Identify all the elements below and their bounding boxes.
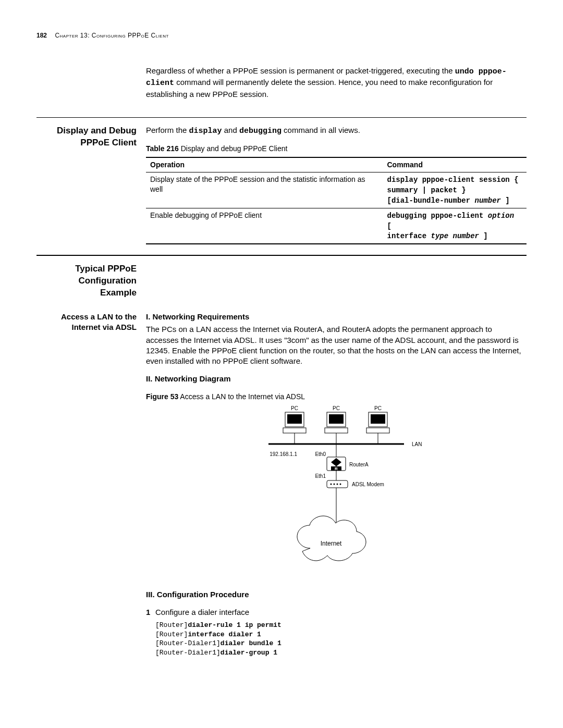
router-icon: R xyxy=(327,457,346,471)
pc-icon: PC xyxy=(366,405,389,433)
networking-requirements-body: The PCs on a LAN access the Internet via… xyxy=(146,324,527,366)
svg-rect-6 xyxy=(329,414,344,424)
heading-networking-diagram: II. Networking Diagram xyxy=(146,374,527,384)
step-text: Configure a dialer interface xyxy=(155,607,249,618)
pc-icon: PC xyxy=(325,405,348,433)
svg-text:R: R xyxy=(335,466,338,471)
svg-text:PC: PC xyxy=(291,405,298,411)
heading-configuration-procedure: III. Configuration Procedure xyxy=(146,589,527,600)
divider xyxy=(36,117,527,118)
svg-rect-11 xyxy=(366,428,389,433)
svg-text:PC: PC xyxy=(374,405,382,411)
eth0-label: Eth0 xyxy=(315,451,326,457)
subsection-heading-access-lan: Access a LAN to the Internet via ADSL xyxy=(36,312,137,333)
ip-label: 192.168.1.1 xyxy=(270,451,297,457)
svg-rect-3 xyxy=(283,428,306,433)
lan-label: LAN xyxy=(412,441,422,447)
th-operation: Operation xyxy=(146,157,383,172)
svg-rect-7 xyxy=(325,428,348,433)
intro-paragraph: Regardless of whether a PPPoE session is… xyxy=(146,66,527,100)
adsl-label: ADSL Modem xyxy=(352,482,384,487)
figure-caption: Figure 53 Access a LAN to the Internet v… xyxy=(146,392,527,402)
heading-networking-requirements: I. Networking Requirements xyxy=(146,312,527,322)
page-number: 182 xyxy=(36,32,47,39)
config-step: 1 Configure a dialer interface xyxy=(146,607,527,618)
page-header: 182 Chapter 13: Configuring PPPoE Client xyxy=(36,31,527,40)
svg-point-22 xyxy=(334,483,335,485)
pc-icon: PC xyxy=(283,405,306,433)
intro-text-b: command will permanently delete the sess… xyxy=(146,78,493,98)
internet-label: Internet xyxy=(321,540,342,547)
op-cell: Display state of the PPPoE session and t… xyxy=(146,172,383,208)
section-heading-display-debug: Display and Debug PPPoE Client xyxy=(36,125,137,149)
display-debug-intro: Perform the display and debugging comman… xyxy=(146,125,527,137)
svg-text:PC: PC xyxy=(333,405,340,411)
table-row: Display state of the PPPoE session and t… xyxy=(146,172,527,208)
cmd-cell: display pppoe-client session { summary |… xyxy=(383,172,527,208)
divider-thick xyxy=(36,255,527,256)
cmd-cell: debugging pppoe-client option [ interfac… xyxy=(383,208,527,244)
section-heading-typical-config: Typical PPPoE Configuration Example xyxy=(36,263,137,299)
svg-point-21 xyxy=(331,483,332,485)
svg-rect-10 xyxy=(371,414,385,424)
th-command: Command xyxy=(383,157,527,172)
svg-point-24 xyxy=(340,483,341,485)
eth1-label: Eth1 xyxy=(315,473,326,479)
internet-cloud-icon: Internet xyxy=(297,516,366,561)
config-code-block: [Router]dialer-rule 1 ip permit [Router]… xyxy=(155,621,527,657)
op-cell: Enable debugging of PPPoE client xyxy=(146,208,383,244)
step-number: 1 xyxy=(146,607,155,618)
svg-point-23 xyxy=(337,483,338,485)
svg-rect-2 xyxy=(287,414,302,424)
intro-text-a: Regardless of whether a PPPoE session is… xyxy=(146,66,455,75)
table-caption: Table 216 Display and debug PPPoE Client xyxy=(146,144,527,154)
routera-label: RouterA xyxy=(349,462,369,467)
display-debug-table: Operation Command Display state of the P… xyxy=(146,157,527,244)
chapter-running-head: Chapter 13: Configuring PPPoE Client xyxy=(55,32,168,39)
table-header-row: Operation Command xyxy=(146,157,527,172)
table-row: Enable debugging of PPPoE client debuggi… xyxy=(146,208,527,244)
network-diagram: PC PC PC LAN xyxy=(237,405,435,582)
